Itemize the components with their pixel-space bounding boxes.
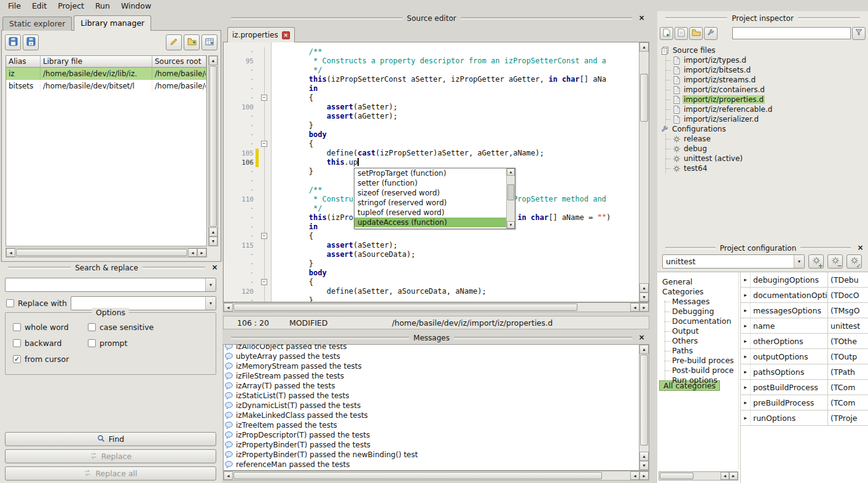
code-line[interactable]: { xyxy=(273,93,639,103)
checkbox[interactable] xyxy=(13,339,21,347)
close-icon[interactable]: × xyxy=(856,245,864,253)
property-row-postbuildprocess[interactable]: ▸postBuildProcess(TCom xyxy=(741,380,868,395)
tree-item-import-iz-bitsets-d[interactable]: import/iz/bitsets.d xyxy=(666,65,866,75)
code-line[interactable]: body xyxy=(273,130,639,139)
editor-tab-iz-properties[interactable]: iz.properties × xyxy=(227,27,295,42)
tree-item-import-iz-types-d[interactable]: import/iz/types.d xyxy=(666,55,866,65)
checkbox[interactable]: ✓ xyxy=(13,355,21,363)
close-icon[interactable]: × xyxy=(638,334,646,342)
scroll-up-button[interactable]: ▴ xyxy=(639,42,649,52)
tree-item-import-iz-serializer-d[interactable]: import/iz/serializer.d xyxy=(666,114,866,124)
library-vertical-scrollbar[interactable]: ▴ ▴ ▾ xyxy=(208,55,218,246)
code-line[interactable]: assert(aGetter); xyxy=(273,112,639,121)
completion-item[interactable]: updateAccess (function) xyxy=(354,218,506,227)
scrollbar-thumb[interactable] xyxy=(16,249,187,256)
library-horizontal-scrollbar[interactable]: ◂ ◂ ▸ xyxy=(6,248,207,257)
message-item[interactable]: izPropertyBinder(T) passed the tests xyxy=(225,440,638,450)
configuration-combo[interactable]: unittest ▾ xyxy=(662,254,805,269)
completion-item[interactable]: tupleof (reserved word) xyxy=(354,208,506,218)
checkbox[interactable] xyxy=(88,323,96,331)
fold-marker-icon[interactable]: − xyxy=(261,279,267,285)
add-from-project-button[interactable] xyxy=(201,34,217,50)
scroll-left-button[interactable]: ◂ xyxy=(224,303,233,312)
scrollbar-track[interactable] xyxy=(233,471,630,480)
tab-close-icon[interactable]: × xyxy=(282,31,290,39)
editor-horizontal-scrollbar[interactable]: ◂ ◂ ▸ xyxy=(223,302,649,312)
edit-alias-button[interactable] xyxy=(166,34,182,50)
column-header-sources-root[interactable]: Sources root xyxy=(152,56,206,68)
expand-arrow-icon[interactable]: ▸ xyxy=(741,303,751,318)
filter-button[interactable] xyxy=(852,27,866,40)
table-row[interactable]: iz/home/basile/dev/iz/lib/iz./home/basil… xyxy=(6,68,206,80)
gutter-line[interactable]: 105 xyxy=(224,149,271,158)
option-whole-word[interactable]: whole word xyxy=(13,323,88,332)
scrollbar-track[interactable] xyxy=(15,248,188,257)
menu-project[interactable]: Project xyxy=(52,0,90,12)
gutter-line[interactable]: · xyxy=(224,259,271,269)
message-item[interactable]: izMakeLinkedClass passed the tests xyxy=(225,410,638,420)
replace-with-checkbox[interactable] xyxy=(6,299,14,307)
expand-arrow-icon[interactable]: ▸ xyxy=(741,380,751,395)
property-row-outputoptions[interactable]: ▸outputOptions(TOutp xyxy=(741,349,868,364)
menu-run[interactable]: Run xyxy=(90,0,115,12)
scroll-right-button[interactable]: ▸ xyxy=(729,472,738,480)
scroll-right-button[interactable]: ▸ xyxy=(197,248,206,257)
scroll-up-button[interactable]: ▴ xyxy=(507,168,515,176)
scrollbar-thumb[interactable] xyxy=(660,473,694,479)
code-line[interactable]: assert(aSourceData); xyxy=(273,250,639,259)
scroll-left-button[interactable]: ◂ xyxy=(188,248,197,257)
expand-arrow-icon[interactable]: ▸ xyxy=(741,410,751,425)
gutter-line[interactable]: · xyxy=(224,176,271,186)
replace-all-button[interactable]: Replace all xyxy=(5,466,216,481)
gutter-line[interactable]: · xyxy=(224,75,271,84)
menu-window[interactable]: Window xyxy=(115,0,157,12)
code-line[interactable]: assert(aSetter); xyxy=(273,103,639,112)
close-icon[interactable]: × xyxy=(638,15,646,23)
fold-marker-icon[interactable]: − xyxy=(261,95,267,101)
code-line[interactable]: this.up xyxy=(273,158,639,167)
messages-vertical-scrollbar[interactable]: ▴ ▴ ▾ xyxy=(639,345,649,470)
gutter-line[interactable]: · xyxy=(224,47,271,57)
option-prompt[interactable]: prompt xyxy=(88,339,212,348)
message-item[interactable]: izMemoryStream passed the tests xyxy=(225,361,638,371)
gutter-line[interactable]: · xyxy=(224,186,271,195)
tree-item-import-iz-streams-d[interactable]: import/iz/streams.d xyxy=(666,75,866,85)
code-line[interactable]: } xyxy=(273,121,639,130)
scroll-left-button[interactable]: ◂ xyxy=(721,472,729,480)
gutter-line[interactable]: 106 xyxy=(224,158,271,167)
tree-item-test64[interactable]: test64 xyxy=(666,163,866,173)
code-line[interactable]: } xyxy=(273,296,639,302)
remove-configuration-button[interactable]: − xyxy=(827,254,843,269)
scrollbar-track[interactable] xyxy=(639,354,649,452)
add-configuration-button[interactable]: + xyxy=(808,254,824,269)
scrollbar-track[interactable] xyxy=(507,176,515,221)
messages-horizontal-scrollbar[interactable]: ◂ ◂ ▸ xyxy=(223,471,649,481)
tree-item-release[interactable]: release xyxy=(666,134,866,144)
scroll-up-button[interactable]: ▴ xyxy=(209,56,217,65)
code-line[interactable]: */ xyxy=(273,66,639,75)
scrollbar-thumb[interactable] xyxy=(233,304,577,311)
category-run-options[interactable]: Run options xyxy=(657,375,738,385)
option-backward[interactable]: backward xyxy=(13,339,88,348)
code-editor[interactable]: ·95····−100····−105106···110····−115····… xyxy=(223,42,649,302)
property-row-pathsoptions[interactable]: ▸pathsOptions(TPath xyxy=(741,364,868,380)
chevron-down-icon[interactable]: ▾ xyxy=(205,278,216,291)
message-item[interactable]: izAllocObject passed the tests xyxy=(225,344,638,351)
find-button[interactable]: Find xyxy=(5,432,216,446)
scroll-up-button[interactable]: ▴ xyxy=(639,345,649,354)
scroll-down-button[interactable]: ▾ xyxy=(507,221,515,229)
scrollbar-thumb[interactable] xyxy=(233,472,602,479)
completion-item[interactable]: setter (function) xyxy=(354,178,506,188)
add-library-button[interactable] xyxy=(5,34,21,50)
gutter-line[interactable]: · xyxy=(224,66,271,75)
completion-item[interactable]: sizeof (reserved word) xyxy=(354,188,506,198)
fold-marker-icon[interactable]: − xyxy=(261,141,267,147)
gutter-line[interactable]: · xyxy=(224,213,271,222)
expand-arrow-icon[interactable]: ▸ xyxy=(741,272,751,287)
code-line[interactable]: { xyxy=(273,232,639,241)
column-header-alias[interactable]: Alias xyxy=(6,56,41,68)
editor-vertical-scrollbar[interactable]: ▴ ▴ ▾ xyxy=(639,42,649,302)
scrollbar-thumb[interactable] xyxy=(640,74,648,122)
gutter-line[interactable]: · xyxy=(224,84,271,93)
gutter-line[interactable]: · xyxy=(224,250,271,259)
